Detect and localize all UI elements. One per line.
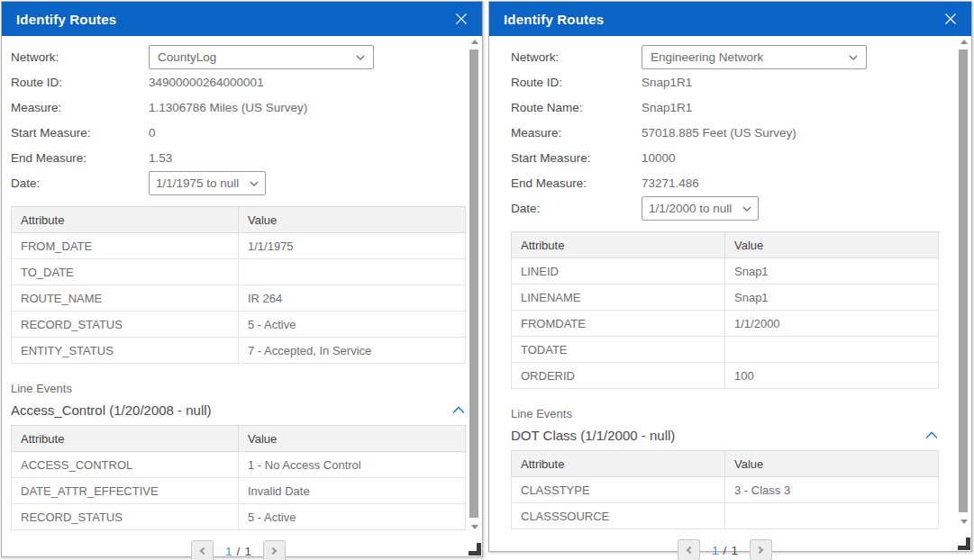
attribute-cell: FROM_DATE	[12, 233, 239, 259]
attribute-cell: ACCESS_CONTROL	[12, 452, 239, 478]
table-header-row: AttributeValue	[12, 426, 466, 452]
value-cell: 100	[725, 363, 939, 389]
field-label: Date:	[511, 202, 642, 215]
close-button[interactable]	[452, 10, 470, 28]
column-header-attribute: Attribute	[512, 451, 725, 477]
table-row: TO_DATE	[12, 259, 466, 285]
table-row: DATE_ATTR_EFFECTIVEInvalid Date	[12, 478, 466, 504]
attribute-cell: CLASSTYPE	[512, 477, 725, 503]
line-event-header: Access_Control (1/20/2008 - null)	[11, 400, 466, 420]
value-cell: 5 - Active	[239, 312, 466, 338]
end-measure-value: 1.53	[149, 151, 172, 165]
previous-page-button[interactable]	[191, 540, 214, 560]
dialog-header: Identify Routes	[489, 2, 971, 36]
attribute-cell: ORDERID	[512, 363, 725, 389]
page-separator: /	[724, 544, 727, 557]
scroll-down-icon[interactable]	[471, 525, 478, 529]
scroll-down-icon[interactable]	[960, 519, 968, 524]
scrollbar-thumb[interactable]	[469, 50, 478, 518]
value-cell: 7 - Accepted, In Service	[239, 338, 466, 364]
total-pages: 1	[731, 544, 738, 557]
column-header-attribute: Attribute	[12, 207, 239, 233]
close-icon	[454, 12, 469, 26]
field-row-network: Network:CountyLog	[11, 45, 466, 69]
route-id-value: 34900000264000001	[149, 76, 264, 89]
selected-option: 1/1/2000 to null	[649, 202, 732, 215]
value-cell: 5 - Active	[239, 504, 466, 530]
network-select[interactable]: CountyLog	[149, 45, 374, 69]
column-header-attribute: Attribute	[512, 232, 725, 258]
scrollbar[interactable]	[469, 38, 480, 529]
date-select[interactable]: 1/1/2000 to null	[642, 196, 759, 221]
scroll-up-icon[interactable]	[960, 40, 968, 44]
field-row-end-measure: End Measure:73271.486	[511, 171, 939, 195]
column-header-value: Value	[725, 451, 939, 477]
previous-page-button[interactable]	[678, 539, 700, 560]
date-select[interactable]: 1/1/1975 to null	[149, 171, 266, 195]
resize-grip[interactable]	[469, 543, 481, 555]
route-attribute-table-container: AttributeValueLINEIDSnap1LINENAMESnap1FR…	[511, 231, 939, 389]
route-attribute-table-container: AttributeValueFROM_DATE1/1/1975TO_DATERO…	[11, 206, 466, 364]
table-header-row: AttributeValue	[512, 451, 939, 477]
attribute-value-table: AttributeValueFROM_DATE1/1/1975TO_DATERO…	[11, 206, 466, 364]
field-label: Start Measure:	[11, 126, 149, 140]
field-row-route-id: Route ID:34900000264000001	[11, 70, 466, 95]
table-row: CLASSSOURCE	[512, 503, 939, 529]
column-header-value: Value	[239, 426, 466, 452]
field-label: Measure:	[11, 101, 149, 114]
end-measure-value: 73271.486	[642, 176, 699, 190]
field-row-date: Date:1/1/2000 to null	[511, 196, 939, 221]
attribute-cell: ENTITY_STATUS	[12, 338, 239, 364]
attribute-value-table: AttributeValueCLASSTYPE3 - Class 3CLASSS…	[511, 450, 939, 529]
field-row-route-id: Route ID:Snap1R1	[511, 70, 939, 95]
value-cell: 3 - Class 3	[725, 477, 939, 503]
table-row: RECORD_STATUS5 - Active	[12, 504, 466, 530]
value-cell	[725, 337, 939, 363]
collapse-section-button[interactable]	[924, 425, 939, 445]
attribute-cell: CLASSSOURCE	[512, 503, 725, 529]
next-page-button[interactable]	[263, 540, 286, 560]
route-fields: Network:CountyLogRoute ID:34900000264000…	[11, 45, 466, 195]
next-page-button[interactable]	[750, 539, 772, 560]
network-select[interactable]: Engineering Network	[642, 45, 867, 69]
current-page: 1	[712, 544, 719, 557]
chevron-right-icon	[269, 547, 277, 555]
page-indicator: 1 / 1	[225, 545, 251, 558]
selected-option: CountyLog	[158, 50, 216, 64]
close-button[interactable]	[942, 10, 960, 28]
column-header-value: Value	[725, 232, 939, 258]
field-label: Network:	[511, 50, 642, 64]
table-row: ENTITY_STATUS7 - Accepted, In Service	[12, 338, 466, 364]
pagination: 1 / 1	[11, 540, 466, 560]
resize-grip[interactable]	[958, 537, 970, 550]
scrollbar-thumb[interactable]	[959, 50, 968, 512]
line-event-table-container: AttributeValueCLASSTYPE3 - Class 3CLASSS…	[511, 450, 939, 529]
attribute-cell: RECORD_STATUS	[12, 504, 239, 530]
table-header-row: AttributeValue	[12, 207, 466, 233]
value-cell: Snap1	[725, 285, 939, 311]
measure-value: 1.1306786 Miles (US Survey)	[149, 101, 307, 114]
dialog-body: Network:CountyLogRoute ID:34900000264000…	[2, 36, 482, 556]
dialog-title: Identify Routes	[504, 12, 604, 27]
page-indicator: 1 / 1	[712, 544, 738, 557]
start-measure-value: 0	[149, 126, 156, 140]
table-row: TODATE	[512, 337, 939, 363]
value-cell: 1/1/2000	[725, 311, 939, 337]
table-row: FROM_DATE1/1/1975	[12, 233, 466, 259]
table-row: CLASSTYPE3 - Class 3	[512, 477, 939, 503]
scroll-up-icon[interactable]	[471, 40, 478, 44]
field-row-route-name: Route Name:Snap1R1	[511, 95, 939, 120]
attribute-value-table: AttributeValueACCESS_CONTROL1 - No Acces…	[11, 425, 466, 530]
value-cell: Snap1	[725, 258, 939, 285]
measure-value: 57018.885 Feet (US Survey)	[642, 126, 796, 140]
attribute-cell: LINENAME	[512, 285, 725, 311]
attribute-value-table: AttributeValueLINEIDSnap1LINENAMESnap1FR…	[511, 231, 939, 389]
collapse-section-button[interactable]	[451, 400, 466, 420]
selected-option: Engineering Network	[651, 50, 763, 64]
line-event-table-container: AttributeValueACCESS_CONTROL1 - No Acces…	[11, 425, 466, 530]
chevron-down-icon	[849, 55, 858, 60]
field-row-date: Date:1/1/1975 to null	[11, 171, 466, 195]
scrollbar[interactable]	[958, 38, 969, 524]
field-label: End Measure:	[11, 151, 149, 165]
route-fields: Network:Engineering NetworkRoute ID:Snap…	[511, 45, 939, 221]
